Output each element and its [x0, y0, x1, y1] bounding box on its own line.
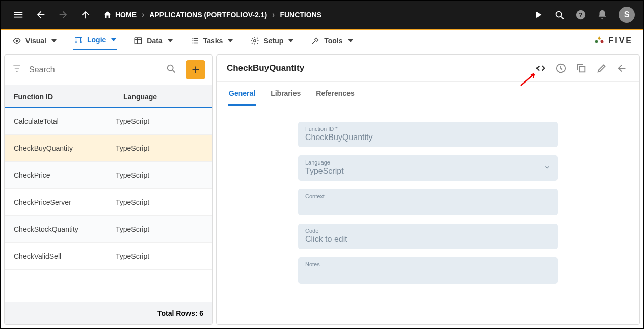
- menubar: Visual Logic Data Tasks Setup Tools FIVE: [1, 30, 643, 51]
- menu-logic[interactable]: Logic: [73, 31, 117, 50]
- edit-icon[interactable]: [595, 61, 609, 75]
- field-language-label: Language: [305, 159, 551, 166]
- menu-tools[interactable]: Tools: [310, 32, 354, 50]
- field-function-id-label: Function ID *: [305, 126, 551, 132]
- svg-point-5: [80, 37, 82, 38]
- field-function-id[interactable]: Function ID * CheckBuyQuantity: [298, 122, 558, 147]
- table-row[interactable]: CalculateTotalTypeScript: [5, 108, 212, 135]
- cell-function-id: CheckBuyQuantity: [14, 144, 116, 152]
- field-code[interactable]: Code Click to edit: [298, 224, 558, 249]
- tab-general[interactable]: General: [228, 82, 256, 106]
- up-button[interactable]: [76, 6, 95, 24]
- table-row[interactable]: CheckValidSellTypeScript: [5, 243, 212, 270]
- cell-language: TypeScript: [116, 144, 203, 152]
- chevron-down-icon: [544, 163, 551, 173]
- detail-title: CheckBuyQuantity: [227, 63, 533, 73]
- menu-setup[interactable]: Setup: [249, 32, 294, 50]
- brand-label: FIVE: [608, 36, 633, 45]
- svg-point-9: [254, 39, 256, 42]
- breadcrumb-applications[interactable]: APPLICATIONS (PORTFOLIOV-2.1): [149, 11, 267, 19]
- svg-point-6: [75, 41, 77, 43]
- field-notes-label: Notes: [305, 261, 551, 267]
- cell-function-id: CalculateTotal: [14, 117, 116, 125]
- column-language[interactable]: Language: [116, 93, 203, 101]
- table-header: Function ID Language: [5, 85, 212, 108]
- field-context[interactable]: Context: [298, 189, 558, 215]
- detail-panel: CheckBuyQuantity General Libraries Refer…: [216, 54, 640, 325]
- breadcrumb-home[interactable]: HOME: [103, 10, 137, 19]
- menu-icon[interactable]: [9, 6, 28, 24]
- topbar: HOME › APPLICATIONS (PORTFOLIOV-2.1) › F…: [1, 1, 643, 29]
- cell-function-id: CheckValidSell: [14, 252, 116, 260]
- chevron-right-icon: ›: [142, 10, 144, 19]
- field-code-value: Click to edit: [305, 235, 551, 244]
- menu-data-label: Data: [147, 37, 162, 45]
- menu-tasks[interactable]: Tasks: [189, 32, 234, 50]
- breadcrumb-functions[interactable]: FUNCTIONS: [280, 11, 321, 19]
- history-icon[interactable]: [554, 61, 568, 75]
- avatar[interactable]: S: [619, 7, 635, 23]
- svg-point-3: [16, 39, 18, 42]
- cell-language: TypeScript: [116, 225, 203, 233]
- forward-button: [54, 6, 72, 24]
- table-row[interactable]: CheckStockQuantityTypeScript: [5, 216, 212, 243]
- cell-language: TypeScript: [116, 171, 203, 179]
- cell-language: TypeScript: [116, 198, 203, 206]
- menu-tasks-label: Tasks: [203, 37, 223, 45]
- menu-data[interactable]: Data: [132, 32, 173, 50]
- tab-libraries[interactable]: Libraries: [270, 82, 302, 106]
- table-row[interactable]: CheckPriceServerTypeScript: [5, 189, 212, 216]
- help-icon[interactable]: ?: [572, 6, 590, 24]
- svg-point-4: [75, 37, 77, 38]
- field-context-label: Context: [305, 193, 551, 199]
- menu-setup-label: Setup: [263, 37, 283, 45]
- breadcrumb: HOME › APPLICATIONS (PORTFOLIOV-2.1) › F…: [103, 10, 321, 19]
- cell-function-id: CheckPriceServer: [14, 198, 116, 206]
- back-arrow-icon[interactable]: [615, 61, 629, 75]
- cell-function-id: CheckStockQuantity: [14, 225, 116, 233]
- table-row[interactable]: CheckPriceTypeScript: [5, 162, 212, 189]
- add-button[interactable]: [186, 60, 205, 79]
- menu-visual[interactable]: Visual: [11, 32, 58, 50]
- field-language-value: TypeScript: [305, 167, 551, 176]
- field-code-label: Code: [305, 228, 551, 234]
- menu-visual-label: Visual: [25, 37, 46, 45]
- chevron-right-icon: ›: [272, 10, 275, 19]
- svg-rect-12: [579, 66, 585, 72]
- field-language[interactable]: Language TypeScript: [298, 155, 558, 181]
- code-editor-button[interactable]: [533, 61, 548, 75]
- field-function-id-value: CheckBuyQuantity: [305, 133, 551, 142]
- search-input[interactable]: [29, 65, 160, 74]
- brand: FIVE: [593, 35, 633, 47]
- filter-icon[interactable]: [12, 64, 24, 76]
- breadcrumb-home-label: HOME: [115, 11, 137, 19]
- copy-icon[interactable]: [574, 61, 588, 75]
- svg-point-0: [556, 12, 562, 17]
- svg-point-10: [168, 65, 173, 71]
- column-function-id[interactable]: Function ID: [14, 93, 116, 101]
- menu-logic-label: Logic: [87, 36, 106, 44]
- tab-references[interactable]: References: [315, 82, 356, 106]
- play-button[interactable]: [529, 6, 547, 24]
- svg-point-7: [80, 41, 82, 43]
- svg-rect-8: [135, 38, 142, 44]
- table-row[interactable]: CheckBuyQuantityTypeScript: [5, 135, 212, 162]
- cell-language: TypeScript: [116, 117, 203, 125]
- search-icon[interactable]: [166, 63, 177, 76]
- cell-language: TypeScript: [116, 252, 203, 260]
- table-footer: Total Rows: 6: [5, 302, 212, 324]
- back-button[interactable]: [32, 6, 50, 24]
- field-notes[interactable]: Notes: [298, 257, 558, 284]
- cell-function-id: CheckPrice: [14, 171, 116, 179]
- search-global-icon[interactable]: [550, 6, 569, 24]
- menu-tools-label: Tools: [324, 37, 342, 45]
- svg-text:?: ?: [579, 11, 583, 19]
- function-list-panel: Function ID Language CalculateTotalTypeS…: [4, 54, 213, 325]
- table-body: CalculateTotalTypeScriptCheckBuyQuantity…: [5, 108, 212, 302]
- notifications-icon[interactable]: [593, 6, 611, 24]
